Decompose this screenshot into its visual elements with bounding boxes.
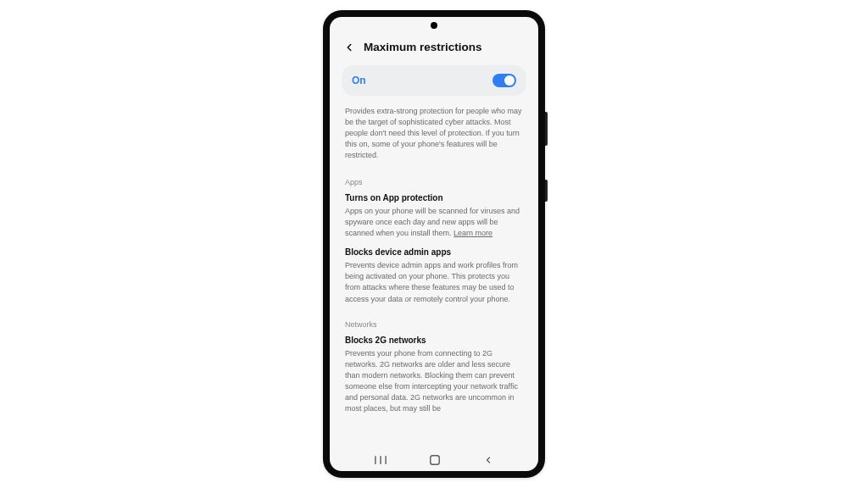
side-button: [545, 180, 548, 202]
item-title-app-protection: Turns on App protection: [342, 191, 526, 206]
home-icon[interactable]: [429, 454, 441, 466]
recents-icon[interactable]: [375, 455, 387, 465]
back-icon[interactable]: [343, 42, 355, 53]
camera-cutout: [431, 22, 437, 29]
section-label-networks: Networks: [342, 312, 526, 334]
switch-thumb: [504, 75, 515, 86]
item-title-device-admin: Blocks device admin apps: [342, 246, 526, 260]
master-toggle-card[interactable]: On: [342, 65, 526, 96]
item-body-text: Apps on your phone will be scanned for v…: [345, 207, 520, 237]
section-label-apps: Apps: [342, 169, 526, 191]
svg-rect-3: [431, 456, 440, 465]
nav-back-icon[interactable]: [483, 455, 493, 465]
item-title-2g: Blocks 2G networks: [342, 334, 526, 348]
phone-frame: Maximum restrictions On Provides extra-s…: [323, 10, 545, 478]
phone-screen: Maximum restrictions On Provides extra-s…: [330, 17, 538, 471]
toggle-label: On: [352, 75, 366, 86]
page-header: Maximum restrictions: [342, 36, 526, 65]
page-title: Maximum restrictions: [364, 41, 482, 53]
item-body-2g: Prevents your phone from connecting to 2…: [342, 348, 526, 421]
settings-page: Maximum restrictions On Provides extra-s…: [330, 17, 538, 449]
nav-bar: [330, 449, 538, 471]
side-button: [545, 112, 548, 146]
item-body-device-admin: Prevents device admin apps and work prof…: [342, 260, 526, 311]
learn-more-link[interactable]: Learn more: [453, 229, 492, 237]
item-body-app-protection: Apps on your phone will be scanned for v…: [342, 206, 526, 246]
intro-text: Provides extra-strong protection for peo…: [342, 96, 526, 169]
toggle-switch[interactable]: [492, 74, 516, 87]
